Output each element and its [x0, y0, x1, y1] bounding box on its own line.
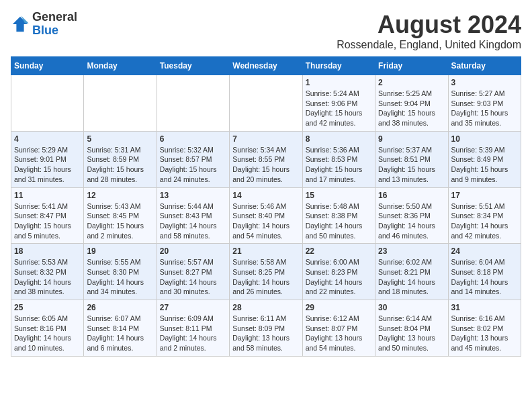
- calendar-week-row: 4Sunrise: 5:29 AM Sunset: 9:01 PM Daylig…: [11, 131, 521, 187]
- day-number: 28: [232, 303, 299, 312]
- day-of-week-header: Saturday: [448, 57, 521, 75]
- calendar-day-cell: 28Sunrise: 6:11 AM Sunset: 8:09 PM Dayli…: [230, 300, 302, 357]
- page-header: General Blue August 2024 Rossendale, Eng…: [11, 11, 521, 51]
- day-of-week-header: Friday: [375, 57, 448, 75]
- calendar-week-row: 1Sunrise: 5:24 AM Sunset: 9:06 PM Daylig…: [11, 75, 521, 132]
- calendar-day-cell: 31Sunrise: 6:16 AM Sunset: 8:02 PM Dayli…: [448, 300, 521, 357]
- day-info: Sunrise: 5:36 AM Sunset: 8:53 PM Dayligh…: [306, 145, 372, 185]
- day-info: Sunrise: 5:44 AM Sunset: 8:43 PM Dayligh…: [160, 201, 226, 241]
- calendar-day-cell: 3Sunrise: 5:27 AM Sunset: 9:03 PM Daylig…: [448, 75, 521, 132]
- day-number: 16: [378, 191, 445, 200]
- calendar-table: SundayMondayTuesdayWednesdayThursdayFrid…: [11, 56, 521, 357]
- day-info: Sunrise: 6:07 AM Sunset: 8:14 PM Dayligh…: [87, 314, 153, 353]
- day-number: 12: [87, 191, 153, 200]
- calendar-day-cell: 16Sunrise: 5:50 AM Sunset: 8:36 PM Dayli…: [375, 187, 448, 244]
- calendar-day-cell: 10Sunrise: 5:39 AM Sunset: 8:49 PM Dayli…: [448, 131, 521, 187]
- day-number: 6: [160, 134, 226, 144]
- calendar-day-cell: 29Sunrise: 6:12 AM Sunset: 8:07 PM Dayli…: [302, 300, 375, 357]
- day-of-week-header: Monday: [84, 57, 157, 75]
- day-info: Sunrise: 5:46 AM Sunset: 8:40 PM Dayligh…: [232, 201, 299, 241]
- calendar-day-cell: 21Sunrise: 5:58 AM Sunset: 8:25 PM Dayli…: [230, 244, 302, 300]
- calendar-day-cell: [230, 75, 302, 132]
- day-info: Sunrise: 6:12 AM Sunset: 8:07 PM Dayligh…: [306, 314, 372, 353]
- calendar-day-cell: 13Sunrise: 5:44 AM Sunset: 8:43 PM Dayli…: [157, 187, 229, 244]
- calendar-day-cell: 18Sunrise: 5:53 AM Sunset: 8:32 PM Dayli…: [11, 244, 84, 300]
- day-info: Sunrise: 5:24 AM Sunset: 9:06 PM Dayligh…: [306, 89, 372, 128]
- logo-text-general: General: [32, 10, 77, 24]
- day-number: 4: [14, 134, 81, 144]
- day-number: 17: [451, 191, 518, 200]
- calendar-day-cell: 30Sunrise: 6:14 AM Sunset: 8:04 PM Dayli…: [375, 300, 448, 357]
- calendar-day-cell: 14Sunrise: 5:46 AM Sunset: 8:40 PM Dayli…: [230, 187, 302, 244]
- day-info: Sunrise: 6:16 AM Sunset: 8:02 PM Dayligh…: [451, 314, 518, 353]
- day-info: Sunrise: 5:53 AM Sunset: 8:32 PM Dayligh…: [14, 257, 81, 297]
- calendar-day-cell: 4Sunrise: 5:29 AM Sunset: 9:01 PM Daylig…: [11, 131, 84, 187]
- day-info: Sunrise: 5:58 AM Sunset: 8:25 PM Dayligh…: [232, 257, 299, 297]
- day-info: Sunrise: 6:05 AM Sunset: 8:16 PM Dayligh…: [14, 314, 81, 353]
- day-of-week-header: Wednesday: [230, 57, 302, 75]
- calendar-day-cell: 23Sunrise: 6:02 AM Sunset: 8:21 PM Dayli…: [375, 244, 448, 300]
- day-number: 8: [306, 134, 372, 144]
- day-info: Sunrise: 6:09 AM Sunset: 8:11 PM Dayligh…: [160, 314, 226, 353]
- day-number: 22: [306, 246, 372, 256]
- calendar-day-cell: [11, 75, 84, 132]
- day-info: Sunrise: 5:27 AM Sunset: 9:03 PM Dayligh…: [451, 89, 518, 128]
- day-of-week-header: Tuesday: [157, 57, 229, 75]
- day-number: 14: [232, 191, 299, 200]
- day-number: 23: [378, 246, 445, 256]
- calendar-day-cell: 25Sunrise: 6:05 AM Sunset: 8:16 PM Dayli…: [11, 300, 84, 357]
- day-number: 13: [160, 191, 226, 200]
- calendar-day-cell: 19Sunrise: 5:55 AM Sunset: 8:30 PM Dayli…: [84, 244, 157, 300]
- calendar-day-cell: 2Sunrise: 5:25 AM Sunset: 9:04 PM Daylig…: [375, 75, 448, 132]
- calendar-day-cell: 8Sunrise: 5:36 AM Sunset: 8:53 PM Daylig…: [302, 131, 375, 187]
- day-of-week-header: Thursday: [302, 57, 375, 75]
- day-number: 1: [306, 78, 372, 87]
- svg-marker-0: [13, 17, 28, 32]
- day-info: Sunrise: 5:32 AM Sunset: 8:57 PM Dayligh…: [160, 145, 226, 185]
- day-number: 3: [451, 78, 518, 87]
- day-info: Sunrise: 5:50 AM Sunset: 8:36 PM Dayligh…: [378, 201, 445, 241]
- calendar-day-cell: 26Sunrise: 6:07 AM Sunset: 8:14 PM Dayli…: [84, 300, 157, 357]
- day-number: 24: [451, 246, 518, 256]
- calendar-day-cell: 6Sunrise: 5:32 AM Sunset: 8:57 PM Daylig…: [157, 131, 229, 187]
- calendar-day-cell: 12Sunrise: 5:43 AM Sunset: 8:45 PM Dayli…: [84, 187, 157, 244]
- day-number: 5: [87, 134, 153, 144]
- day-info: Sunrise: 5:48 AM Sunset: 8:38 PM Dayligh…: [306, 201, 372, 241]
- day-info: Sunrise: 5:51 AM Sunset: 8:34 PM Dayligh…: [451, 201, 518, 241]
- day-info: Sunrise: 5:37 AM Sunset: 8:51 PM Dayligh…: [378, 145, 445, 185]
- title-block: August 2024 Rossendale, England, United …: [337, 11, 521, 51]
- day-number: 7: [232, 134, 299, 144]
- calendar-day-cell: [157, 75, 229, 132]
- day-number: 11: [14, 191, 81, 200]
- day-number: 10: [451, 134, 518, 144]
- location-subtitle: Rossendale, England, United Kingdom: [337, 39, 521, 51]
- day-info: Sunrise: 6:04 AM Sunset: 8:18 PM Dayligh…: [451, 257, 518, 297]
- calendar-week-row: 25Sunrise: 6:05 AM Sunset: 8:16 PM Dayli…: [11, 300, 521, 357]
- calendar-day-cell: 7Sunrise: 5:34 AM Sunset: 8:55 PM Daylig…: [230, 131, 302, 187]
- calendar-day-cell: 5Sunrise: 5:31 AM Sunset: 8:59 PM Daylig…: [84, 131, 157, 187]
- day-number: 2: [378, 78, 445, 87]
- day-info: Sunrise: 5:25 AM Sunset: 9:04 PM Dayligh…: [378, 89, 445, 128]
- logo-icon: [11, 15, 30, 34]
- day-number: 18: [14, 246, 81, 256]
- logo: General Blue: [11, 11, 77, 38]
- day-number: 29: [306, 303, 372, 312]
- day-number: 26: [87, 303, 153, 312]
- day-info: Sunrise: 5:39 AM Sunset: 8:49 PM Dayligh…: [451, 145, 518, 185]
- day-number: 21: [232, 246, 299, 256]
- day-info: Sunrise: 6:11 AM Sunset: 8:09 PM Dayligh…: [232, 314, 299, 353]
- day-number: 15: [306, 191, 372, 200]
- day-info: Sunrise: 6:00 AM Sunset: 8:23 PM Dayligh…: [306, 257, 372, 297]
- day-info: Sunrise: 5:55 AM Sunset: 8:30 PM Dayligh…: [87, 257, 153, 297]
- calendar-day-cell: 9Sunrise: 5:37 AM Sunset: 8:51 PM Daylig…: [375, 131, 448, 187]
- day-info: Sunrise: 5:41 AM Sunset: 8:47 PM Dayligh…: [14, 201, 81, 241]
- calendar-day-cell: [84, 75, 157, 132]
- calendar-day-cell: 15Sunrise: 5:48 AM Sunset: 8:38 PM Dayli…: [302, 187, 375, 244]
- day-info: Sunrise: 5:43 AM Sunset: 8:45 PM Dayligh…: [87, 201, 153, 241]
- day-info: Sunrise: 5:29 AM Sunset: 9:01 PM Dayligh…: [14, 145, 81, 185]
- calendar-day-cell: 17Sunrise: 5:51 AM Sunset: 8:34 PM Dayli…: [448, 187, 521, 244]
- day-number: 30: [378, 303, 445, 312]
- day-number: 31: [451, 303, 518, 312]
- calendar-day-cell: 11Sunrise: 5:41 AM Sunset: 8:47 PM Dayli…: [11, 187, 84, 244]
- month-title: August 2024: [337, 11, 521, 39]
